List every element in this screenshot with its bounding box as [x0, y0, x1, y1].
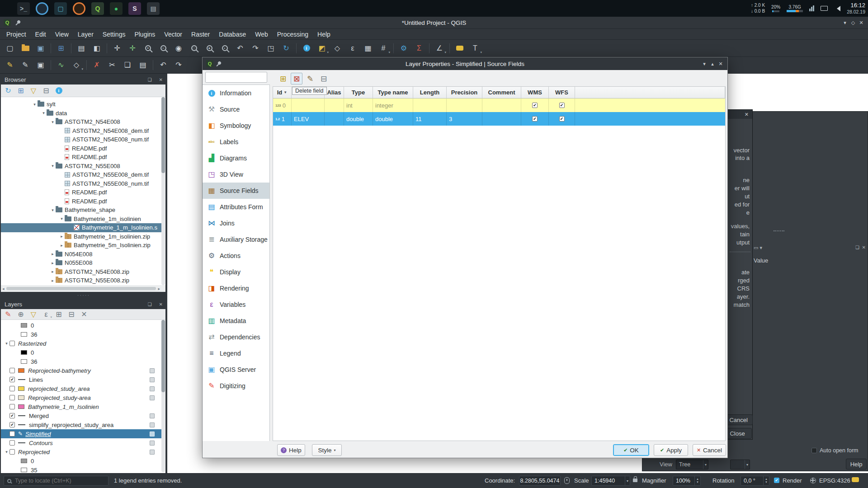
tab-variables[interactable]: εVariables — [203, 296, 269, 313]
browser-tree-item[interactable]: ▾Bathymetrie_shape — [1, 206, 162, 215]
paste-features-icon[interactable]: ▤ — [137, 59, 149, 71]
lock-scale-icon[interactable] — [633, 479, 637, 482]
layer-checkbox[interactable] — [9, 404, 15, 409]
menu-view[interactable]: View — [51, 29, 73, 40]
apply-button[interactable]: ✔Apply — [654, 444, 688, 456]
rotation-spinbox[interactable]: 0,0 °▲▼ — [741, 476, 769, 486]
tab-rendering[interactable]: ◨Rendering — [203, 280, 269, 296]
measure-icon[interactable]: ∠▾ — [433, 42, 446, 55]
tab-joins[interactable]: ⋈Joins — [203, 215, 269, 231]
layer-checkbox[interactable]: ✔ — [9, 422, 15, 427]
float-panel-icon[interactable]: ❏ — [148, 302, 152, 307]
new-print-layout-icon[interactable]: ▤ — [75, 42, 88, 55]
open-project-icon[interactable] — [19, 42, 32, 55]
browser-tree-item[interactable]: ▾sylt — [1, 100, 162, 109]
pin-icon[interactable] — [217, 61, 222, 66]
map-tips-icon[interactable] — [453, 42, 466, 55]
browser-tree-item[interactable]: ▾Bathymetrie_1m_isolinien — [1, 215, 162, 224]
expander-icon[interactable]: ▾ — [4, 341, 9, 346]
menu-layer[interactable]: Layer — [73, 29, 98, 40]
layer-item[interactable]: Bathymetrie_1_m_Isolinien — [1, 402, 162, 411]
column-header-precision[interactable]: Precision — [447, 87, 482, 99]
layer-item[interactable]: 36 — [1, 357, 162, 366]
tab-attributes-form[interactable]: ▤Attributes Form — [203, 199, 269, 215]
layers-panel-header[interactable]: Layers ❏ ✕ — [0, 299, 167, 309]
layer-item[interactable]: ✎Simplified — [1, 429, 162, 438]
column-header-length[interactable]: Length — [413, 87, 447, 99]
remove-layer-icon[interactable]: ✕ — [79, 310, 90, 319]
expander-icon[interactable]: ▸ — [50, 269, 56, 274]
delete-selected-icon[interactable]: ✗ — [90, 59, 103, 71]
browser-tree-item[interactable]: ASTGTM2_N55E008_num.tif — [1, 179, 162, 188]
menu-settings[interactable]: Settings — [98, 29, 130, 40]
processing-toolbox-icon[interactable]: ⚙ — [397, 42, 410, 55]
expander-icon[interactable]: ▾ — [41, 111, 47, 115]
menu-processing[interactable]: Processing — [273, 29, 313, 40]
layer-styling-icon[interactable]: ✎ — [3, 310, 14, 319]
layer-item[interactable]: ▾Reprojected — [1, 447, 162, 456]
view-mode-select[interactable]: Tree▾ — [676, 460, 708, 469]
filter-legend-icon[interactable]: ▽ — [28, 310, 39, 319]
layer-checkbox[interactable]: ✔ — [9, 377, 15, 382]
close-dialog-icon[interactable]: ✕ — [745, 112, 749, 117]
tab-metadata[interactable]: ▥Metadata — [203, 313, 269, 329]
tab-qgis-server[interactable]: ▣QGIS Server — [203, 361, 269, 378]
layer-checkbox[interactable] — [9, 368, 15, 373]
browser-tree-item[interactable]: ▸ASTGTM2_N55E008.zip — [1, 276, 162, 285]
expander-icon[interactable]: ▾ — [32, 102, 38, 107]
tab-diagrams[interactable]: ▟Diagrams — [203, 150, 269, 166]
layer-checkbox[interactable] — [9, 395, 15, 400]
expander-icon[interactable]: ▸ — [59, 243, 65, 248]
new-field-button[interactable]: ⊞ — [277, 73, 289, 84]
close-dialog-icon[interactable]: ✕ — [717, 61, 725, 67]
layer-checkbox[interactable] — [9, 431, 15, 436]
new-3d-map-icon[interactable]: ◳ — [264, 42, 277, 55]
zoom-in-icon[interactable]: + — [142, 42, 154, 55]
tab-labels[interactable]: abcLabels — [203, 134, 269, 150]
tab-dependencies[interactable]: ⇄Dependencies — [203, 329, 269, 345]
select-features-icon[interactable]: ◩▾ — [316, 42, 328, 55]
tab-3d-view[interactable]: ◳3D View — [203, 166, 269, 183]
column-header-type-name[interactable]: Type name — [373, 87, 413, 99]
browser-tree-item[interactable]: ▾ASTGTM2_N55E008 — [1, 162, 162, 171]
render-checkbox[interactable]: ✔ — [774, 478, 779, 483]
form-combo[interactable]: ▾ — [730, 460, 750, 469]
close-panel-icon[interactable]: ✕ — [159, 302, 163, 307]
layer-checkbox[interactable] — [9, 449, 15, 455]
layer-item[interactable]: 36 — [1, 330, 162, 339]
column-header-wms[interactable]: WMS — [521, 87, 549, 99]
tab-display[interactable]: ❝Display — [203, 264, 269, 280]
chart-bars-icon[interactable] — [809, 5, 814, 11]
style-button[interactable]: Style▾ — [312, 444, 342, 456]
cut-features-icon[interactable]: ✂ — [106, 59, 118, 71]
clock-time[interactable]: 16:12 — [850, 2, 865, 9]
form-section-icon[interactable]: ▭ ▾ — [754, 245, 762, 251]
current-edits-icon[interactable]: ✎ — [4, 59, 16, 71]
browser-tree-item[interactable]: ▸N055E008 — [1, 258, 162, 267]
filter-browser-icon[interactable]: ▽ — [28, 86, 39, 96]
field-row[interactable]: 1.21ELEVdoubledouble113✔✔ — [273, 112, 725, 126]
expander-icon[interactable]: ▾ — [50, 208, 56, 212]
layer-item[interactable]: 0 — [1, 456, 162, 465]
new-project-icon[interactable]: ▢ — [4, 42, 16, 55]
auto-open-form-checkbox[interactable] — [811, 448, 817, 453]
menu-project[interactable]: Project — [2, 29, 31, 40]
maximize-dialog-icon[interactable]: ▴ — [708, 61, 717, 67]
redo-icon[interactable]: ↷ — [172, 59, 185, 71]
files-app-icon[interactable]: ▤ — [147, 2, 160, 15]
tab-information[interactable]: iInformation — [203, 85, 269, 101]
browser-tree-item[interactable]: README.pdf — [1, 144, 162, 153]
deselect-features-icon[interactable]: ◇ — [331, 42, 344, 55]
expander-icon[interactable]: ▸ — [50, 252, 56, 256]
help-button[interactable]: ? Help — [277, 444, 305, 456]
add-selected-layers-icon[interactable]: ⊞ — [15, 86, 26, 96]
wfs-checkbox[interactable]: ✔ — [559, 103, 565, 108]
field-calculator-icon[interactable]: #▾ — [377, 42, 390, 55]
float-panel-icon[interactable]: ❏ — [148, 77, 152, 82]
zoom-to-selection-icon[interactable]: ● — [203, 42, 216, 55]
browser-tree-item[interactable]: ASTGTM2_N54E008_num.tif — [1, 135, 162, 144]
expander-icon[interactable]: ▾ — [50, 120, 56, 124]
layer-checkbox[interactable] — [9, 386, 15, 391]
wfs-checkbox[interactable]: ✔ — [559, 116, 565, 122]
refresh-browser-icon[interactable]: ↻ — [3, 86, 14, 96]
